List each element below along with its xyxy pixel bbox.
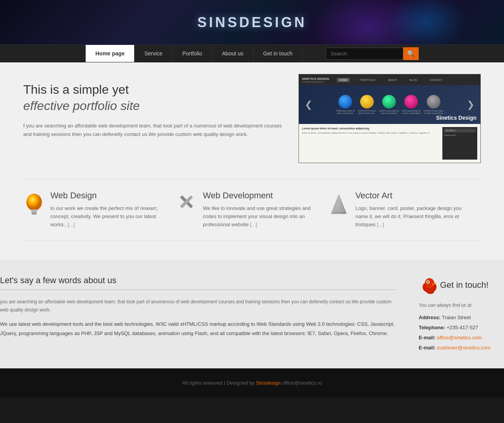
web-dev-read-more[interactable]: [...] [250,222,257,227]
about-section: Let's say a few words about us you are s… [0,260,504,368]
search-button[interactable]: 🔍 [403,47,419,60]
services-section: Web Design In our work we create the per… [23,191,481,241]
contact-heading: Get in touch! [440,280,488,290]
mock-ball-3 [382,95,396,108]
contact-box: Get in touch! You can always find us at:… [419,275,504,353]
site-title: SINSDESIGN [197,14,307,31]
section-divider-1 [23,179,481,179]
hero-heading: This is a simple yet effective portfolio… [23,82,283,114]
service-web-design: Web Design In our work we create the per… [23,191,176,229]
contact-email2-link[interactable]: customer@sinetics.com [437,345,490,351]
hero-image: SINETICS DESIGN Creative Playground HOME… [299,74,481,163]
mock-nav-portfolio: PORTFOLIO [357,78,378,82]
search-icon: 🔍 [407,50,415,57]
mock-nav-contact: CONTACT [427,78,445,82]
web-design-read-more[interactable]: [...] [68,222,75,227]
contact-info: Address: Traian Street Telephone: +235-4… [419,313,504,353]
web-design-desc: In our work we create the perfect mix of… [50,205,168,229]
vector-art-title: Vector Art [356,191,473,201]
web-dev-content: Web Development We like to innovate and … [203,191,320,229]
mock-brand-text: Sinetics Design [436,115,476,121]
hero-text: This is a simple yet effective portfolio… [23,74,283,139]
svg-rect-3 [32,213,36,215]
mock-slider: ❮ HOME ipsum dolor sitamet, consectetuer… [299,85,480,124]
mock-slide-4: BLOG ipsum dolor sitet amet, consectetue… [402,95,421,114]
vector-art-icon [329,193,349,218]
nav-contact[interactable]: Get in touch [254,45,303,62]
mock-body-sidebar: SEARCH Testimonial... [442,127,477,160]
service-vector-art: Vector Art Logo, banner, card, poster, p… [328,191,481,229]
web-dev-title: Web Development [203,191,320,201]
web-design-title: Web Design [50,191,168,201]
mock-slide-1: HOME ipsum dolor sitamet, consectetuer [336,95,355,114]
svg-point-13 [426,289,434,294]
mock-body: Lorem ipsum dolor sit amet, consectetue … [299,124,480,163]
mock-nav-blog: BLOG [407,78,419,82]
nav-about[interactable]: About us [212,45,254,62]
nav-home[interactable]: Home page [85,45,135,62]
search-area: 🔍 [326,47,419,60]
hero-description: f you are searching an affordable web de… [23,122,283,139]
main-content: This is a simple yet effective portfolio… [0,62,504,260]
mock-ball-2 [360,95,374,108]
search-input[interactable] [326,48,403,60]
svg-point-9 [425,278,434,288]
bird-icon [419,275,440,297]
footer-text: All rights reserved | Designed by [182,380,255,386]
nav-links: Home page Service Portfolio About us Get… [85,45,326,62]
footer-email: office@sinetics.ro [282,380,322,386]
mock-prev-arrow[interactable]: ❮ [303,99,314,110]
mock-ball-1 [338,95,352,108]
web-dev-icon-container [176,191,197,222]
web-dev-desc: We like to innovate and use great strate… [203,205,320,229]
about-heading: Let's say a few words about us [0,275,395,290]
web-design-icon-container [23,191,45,222]
contact-address: Address: Traian Street [419,313,504,323]
svg-rect-1 [31,210,37,212]
vector-art-read-more[interactable]: [...] [377,222,384,227]
hero-section: This is a simple yet effective portfolio… [23,74,481,163]
vector-art-content: Vector Art Logo, banner, card, poster, p… [356,191,473,229]
contact-telephone: Telephone: +235-417-527 [419,323,504,333]
mock-next-arrow[interactable]: ❯ [465,99,476,110]
svg-point-0 [26,194,42,211]
site-footer: All rights reserved | Designed by Sinsde… [0,368,504,397]
mock-site-preview: SINETICS DESIGN Creative Playground HOME… [299,74,480,163]
contact-email2: E-mail: customer@sinetics.com [419,343,504,353]
mock-slide-items: HOME ipsum dolor sitamet, consectetuer P… [336,95,444,114]
mock-ball-5 [427,95,440,108]
about-main-text: We use latest web development tools and … [0,320,395,338]
mock-slide-2: PORTOFOLIO ipsumdolor sit amet, con... [358,95,376,114]
contact-header: Get in touch! [419,275,504,297]
svg-point-11 [427,281,429,283]
mock-slide-5: CONTACT ipsum doloret amet, consectetuer [424,95,444,114]
nav-service[interactable]: Service [135,45,173,62]
mock-site-logo: SINETICS DESIGN Creative Playground [302,77,329,83]
footer-link[interactable]: Sinsdesign [256,380,281,386]
mock-slide-3: ABOUT ipsum dolor sitamet, consectetuer [379,95,399,114]
contact-email1: E-mail: office@sinetics.com [419,333,504,343]
nav-portfolio[interactable]: Portfolio [173,45,212,62]
about-left: Let's say a few words about us you are s… [0,275,395,353]
mock-ball-4 [404,95,418,108]
vector-art-desc: Logo, banner, card, poster, package desi… [356,205,473,229]
service-web-development: Web Development We like to innovate and … [176,191,328,229]
web-design-content: Web Design In our work we create the per… [50,191,168,229]
vector-art-icon-container [328,191,350,222]
bulb-icon [24,193,44,220]
contact-label: You can always find us at: [419,303,504,308]
mock-nav-home: HOME [337,78,350,82]
main-navigation: Home page Service Portfolio About us Get… [0,45,504,62]
contact-email1-link[interactable]: office@sinetics.com [437,335,482,340]
mock-site-nav: SINETICS DESIGN Creative Playground HOME… [299,74,480,85]
svg-rect-2 [31,212,37,213]
tools-icon [177,193,196,212]
about-short-text: you are searching an affordable web deve… [0,298,395,314]
mock-body-text: Lorem ipsum dolor sit amet, consectetue … [302,127,439,160]
site-header: SINSDESIGN [0,0,504,45]
about-inner: Let's say a few words about us you are s… [0,275,504,353]
mock-nav-about: ABOUT [385,78,399,82]
